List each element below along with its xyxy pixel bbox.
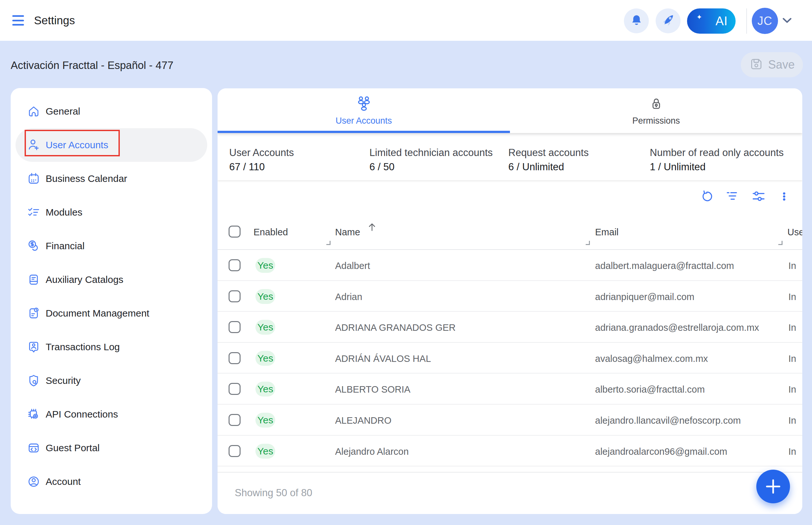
filter-icon[interactable] xyxy=(726,190,739,203)
enabled-badge: Yes xyxy=(255,258,275,273)
sidebar-item-general[interactable]: General xyxy=(16,94,207,128)
sidebar-item-label: API Connections xyxy=(46,409,118,420)
sidebar-item-api-connections[interactable]: API Connections xyxy=(16,397,207,431)
lock-icon xyxy=(649,95,664,112)
table-row[interactable]: YesAlejandro Alarconalejandroalarcon96@g… xyxy=(218,436,802,467)
table-footer: Showing 50 of 80 xyxy=(218,472,802,514)
cell-user-type: In xyxy=(788,446,796,457)
account-menu-chevron[interactable] xyxy=(782,17,792,25)
stat-label: User Accounts xyxy=(229,148,294,158)
add-user-button[interactable] xyxy=(756,470,790,503)
save-button[interactable]: Save xyxy=(741,52,803,77)
kebab-menu-icon[interactable] xyxy=(778,190,791,203)
cell-user-type: In xyxy=(788,291,796,302)
row-checkbox[interactable] xyxy=(228,352,240,364)
row-checkbox[interactable] xyxy=(228,259,240,271)
user-accounts-panel: User AccountsPermissions User Accounts67… xyxy=(218,88,802,514)
sidebar-item-transactions-log[interactable]: Transactions Log xyxy=(16,330,207,364)
bell-icon xyxy=(630,14,643,29)
cell-user-type: In xyxy=(788,415,796,426)
stat-label: Limited technician accounts xyxy=(369,148,493,158)
cell-email: adalbert.malaguera@fracttal.com xyxy=(595,260,734,271)
sidebar-item-label: Document Management xyxy=(46,308,149,319)
sidebar-item-business-calendar[interactable]: Business Calendar xyxy=(16,162,207,195)
ai-assistant-button[interactable]: ✦ AI xyxy=(687,9,736,34)
enabled-badge: Yes xyxy=(255,351,275,366)
stat-request-accounts: Request accounts6 / Unlimited xyxy=(508,148,589,172)
sidebar-item-label: Guest Portal xyxy=(46,442,100,453)
row-checkbox[interactable] xyxy=(228,383,240,395)
column-resize-handle[interactable] xyxy=(586,241,590,245)
cell-name: ADRIANA GRANADOS GER xyxy=(335,322,456,333)
table-row[interactable]: YesADRIANA GRANADOS GERadriana.granados@… xyxy=(218,312,802,343)
enabled-badge: Yes xyxy=(255,444,275,459)
sidebar-item-label: Account xyxy=(46,476,80,487)
sort-ascending-icon[interactable] xyxy=(367,222,377,233)
active-tab-indicator xyxy=(218,131,510,133)
enabled-badge: Yes xyxy=(255,381,275,396)
column-resize-handle[interactable] xyxy=(778,241,783,245)
stat-value: 6 / Unlimited xyxy=(508,162,589,172)
table-row[interactable]: YesAdalbertadalbert.malaguera@fracttal.c… xyxy=(218,250,802,281)
tab-user-accounts[interactable]: User Accounts xyxy=(218,88,510,133)
table-row[interactable]: YesADRIÁN ÁVALOS HALavalosag@halmex.com.… xyxy=(218,343,802,374)
refresh-icon[interactable] xyxy=(700,190,713,203)
enabled-badge: Yes xyxy=(255,413,275,427)
avatar[interactable]: JC xyxy=(752,8,778,34)
cell-email: avalosag@halmex.com.mx xyxy=(595,354,708,364)
table-row[interactable]: YesALBERTO SORIAalberto.soria@fracttal.c… xyxy=(218,374,802,405)
column-header-enabled[interactable]: Enabled xyxy=(253,227,288,238)
account-stats: User Accounts67 / 110Limited technician … xyxy=(218,133,802,180)
sidebar-item-auxiliary-catalogs[interactable]: Auxiliary Catalogs xyxy=(16,263,207,297)
cell-name: Adrian xyxy=(335,291,362,302)
table-header: Enabled Name Email Use xyxy=(218,214,802,250)
table-row[interactable]: YesALEJANDROalejandro.llancavil@nefoscor… xyxy=(218,405,802,436)
row-checkbox[interactable] xyxy=(228,414,240,426)
user-add-icon xyxy=(27,138,41,152)
tab-label: Permissions xyxy=(632,116,680,126)
stat-number-of-read-only-accounts: Number of read only accounts1 / Unlimite… xyxy=(650,148,784,172)
column-header-email[interactable]: Email xyxy=(595,227,619,238)
sidebar-item-label: Auxiliary Catalogs xyxy=(46,274,123,285)
table-row[interactable]: YesAdrianadrianpiquer@mail.comIn xyxy=(218,281,802,312)
tune-icon[interactable] xyxy=(752,190,765,203)
top-app-bar: Settings ✦ AI JC xyxy=(0,0,812,41)
whats-new-button[interactable] xyxy=(655,9,681,33)
column-header-name[interactable]: Name xyxy=(335,227,360,238)
sidebar-item-modules[interactable]: Modules xyxy=(16,195,207,229)
sidebar-item-guest-portal[interactable]: Guest Portal xyxy=(16,431,207,465)
sidebar-item-label: Modules xyxy=(46,207,82,218)
sidebar-item-security[interactable]: Security xyxy=(16,364,207,397)
cell-name: Alejandro Alarcon xyxy=(335,446,409,457)
home-icon xyxy=(27,105,41,118)
sidebar-item-document-management[interactable]: Document Management xyxy=(16,297,207,330)
menu-icon[interactable] xyxy=(12,15,24,26)
row-checkbox[interactable] xyxy=(228,321,240,333)
sidebar-item-account[interactable]: Account xyxy=(16,465,207,498)
sidebar-item-label: General xyxy=(46,106,80,117)
cell-user-type: In xyxy=(788,322,796,333)
cell-user-type: In xyxy=(788,260,796,271)
horizontal-scrollbar[interactable] xyxy=(218,466,802,472)
notifications-button[interactable] xyxy=(624,9,649,33)
sidebar-item-financial[interactable]: Financial xyxy=(16,229,207,263)
tab-bar: User AccountsPermissions xyxy=(218,88,802,133)
rocket-icon xyxy=(661,13,675,29)
showing-count: Showing 50 of 80 xyxy=(235,472,312,513)
sidebar-item-user-accounts[interactable]: User Accounts xyxy=(16,128,207,162)
cell-email: alberto.soria@fracttal.com xyxy=(595,384,705,395)
stat-label: Number of read only accounts xyxy=(650,148,784,158)
cell-user-type: In xyxy=(788,384,796,395)
row-checkbox[interactable] xyxy=(228,445,240,457)
shield-icon xyxy=(27,374,41,387)
select-all-checkbox[interactable] xyxy=(228,226,240,238)
catalog-icon xyxy=(27,273,41,286)
page-title: Settings xyxy=(34,0,75,41)
sidebar-item-label: Financial xyxy=(46,240,85,252)
person-badge-icon xyxy=(27,340,41,354)
cell-user-type: In xyxy=(788,354,796,364)
column-resize-handle[interactable] xyxy=(326,241,330,245)
tab-permissions[interactable]: Permissions xyxy=(510,88,802,133)
row-checkbox[interactable] xyxy=(228,290,240,302)
column-header-usertype[interactable]: Use xyxy=(787,227,802,238)
